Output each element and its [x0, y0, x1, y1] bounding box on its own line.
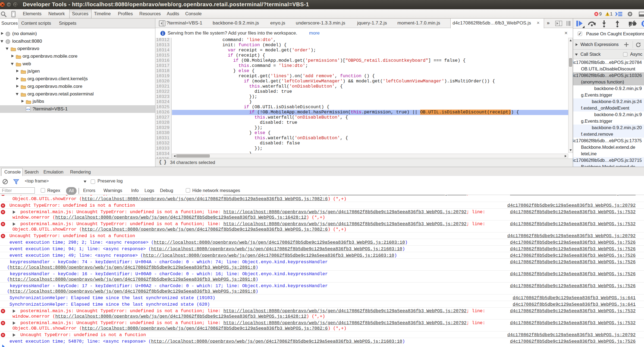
- svg-text:<>: <>: [26, 108, 30, 111]
